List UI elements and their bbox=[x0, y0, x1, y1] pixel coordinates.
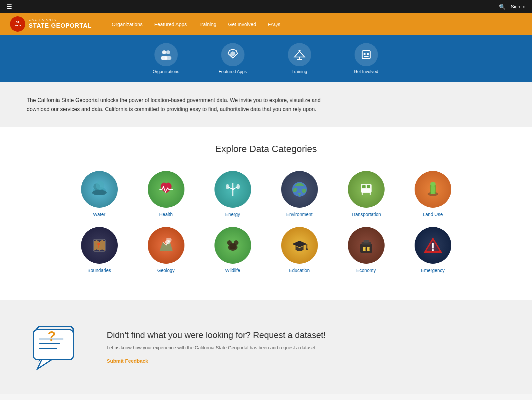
featured-apps-icon bbox=[221, 43, 244, 66]
category-transportation[interactable]: Transportation bbox=[333, 171, 400, 217]
logo-area[interactable]: CA.GOV CALIFORNIA STATE GEOPORTAL bbox=[10, 16, 92, 32]
svg-point-44 bbox=[233, 247, 235, 249]
emergency-label: Emergency bbox=[421, 268, 445, 273]
svg-text:?: ? bbox=[48, 329, 56, 343]
svg-point-43 bbox=[230, 247, 233, 249]
svg-rect-10 bbox=[362, 51, 370, 59]
landuse-icon bbox=[415, 171, 451, 208]
hamburger-menu-icon[interactable]: ☰ bbox=[7, 3, 12, 10]
top-bar-left: ☰ bbox=[7, 3, 12, 10]
category-energy[interactable]: Energy bbox=[199, 171, 266, 217]
category-landuse[interactable]: Land Use bbox=[400, 171, 466, 217]
search-icon[interactable]: 🔍 bbox=[499, 4, 506, 10]
health-label: Health bbox=[159, 212, 172, 217]
nav-link-featured-apps[interactable]: Featured Apps bbox=[154, 21, 187, 27]
water-label: Water bbox=[93, 212, 105, 217]
category-water[interactable]: Water bbox=[66, 171, 133, 217]
health-icon bbox=[148, 171, 184, 208]
sign-in-button[interactable]: Sign In bbox=[511, 4, 525, 9]
svg-rect-27 bbox=[362, 185, 366, 188]
landuse-label: Land Use bbox=[423, 212, 443, 217]
icon-bar-get-involved-label: Get Involved bbox=[354, 69, 378, 74]
category-environment[interactable]: Environment bbox=[266, 171, 333, 217]
svg-point-12 bbox=[367, 53, 369, 55]
svg-marker-62 bbox=[37, 360, 52, 369]
icon-bar-get-involved[interactable]: Get Involved bbox=[333, 38, 400, 79]
logo-icon: CA.GOV bbox=[10, 16, 25, 32]
svg-rect-52 bbox=[367, 247, 370, 249]
explore-section: Explore Data Categories Water bbox=[0, 127, 532, 300]
economy-label: Economy bbox=[356, 268, 376, 273]
organizations-icon bbox=[154, 43, 178, 66]
nav-link-training[interactable]: Training bbox=[198, 21, 216, 27]
svg-rect-50 bbox=[364, 240, 369, 243]
category-economy[interactable]: Economy bbox=[333, 227, 400, 273]
svg-marker-45 bbox=[292, 241, 307, 247]
water-icon bbox=[81, 171, 118, 208]
svg-rect-28 bbox=[367, 185, 370, 188]
svg-point-34 bbox=[430, 182, 436, 186]
geology-label: Geology bbox=[157, 268, 174, 273]
main-content: The California State Geoportal unlocks t… bbox=[0, 82, 532, 127]
top-bar-right: 🔍 Sign In bbox=[499, 4, 525, 10]
icon-bar-organizations-label: Organizations bbox=[152, 69, 179, 74]
nav-link-get-involved[interactable]: Get Involved bbox=[228, 21, 256, 27]
category-education[interactable]: Education bbox=[266, 227, 333, 273]
svg-point-11 bbox=[364, 53, 366, 55]
transportation-label: Transportation bbox=[351, 212, 381, 217]
energy-label: Energy bbox=[225, 212, 240, 217]
description-text: The California State Geoportal unlocks t… bbox=[27, 96, 327, 114]
nav-link-faqs[interactable]: FAQs bbox=[268, 21, 281, 27]
category-wildlife[interactable]: Wildlife bbox=[199, 227, 266, 273]
svg-rect-53 bbox=[363, 249, 366, 251]
wildlife-icon bbox=[214, 227, 251, 264]
boundaries-label: Boundaries bbox=[87, 268, 111, 273]
svg-point-58 bbox=[432, 249, 434, 251]
geology-icon bbox=[148, 227, 184, 264]
svg-rect-29 bbox=[361, 189, 372, 192]
emergency-icon bbox=[415, 227, 451, 264]
svg-point-18 bbox=[92, 190, 107, 195]
svg-point-17 bbox=[96, 181, 104, 190]
svg-point-24 bbox=[236, 184, 240, 189]
svg-point-23 bbox=[226, 184, 229, 189]
svg-point-0 bbox=[162, 50, 166, 54]
icon-bar: Organizations Featured Apps Training bbox=[0, 35, 532, 82]
svg-rect-51 bbox=[363, 247, 366, 249]
svg-point-9 bbox=[299, 50, 301, 52]
nav-link-organizations[interactable]: Organizations bbox=[112, 21, 143, 27]
request-text: Didn't find what you were looking for? R… bbox=[107, 330, 326, 364]
nav-bar: CA.GOV CALIFORNIA STATE GEOPORTAL Organi… bbox=[0, 13, 532, 35]
svg-marker-6 bbox=[295, 51, 305, 57]
education-icon bbox=[281, 227, 318, 264]
svg-point-47 bbox=[306, 248, 308, 250]
icon-bar-organizations[interactable]: Organizations bbox=[133, 38, 199, 79]
icon-bar-training[interactable]: Training bbox=[266, 38, 333, 79]
transportation-icon bbox=[348, 171, 385, 208]
wildlife-label: Wildlife bbox=[225, 268, 240, 273]
category-row-2: Boundaries Geology bbox=[27, 227, 505, 273]
category-boundaries[interactable]: Boundaries bbox=[66, 227, 133, 273]
icon-bar-featured-apps[interactable]: Featured Apps bbox=[199, 38, 266, 79]
request-icon-area: ? bbox=[27, 320, 87, 374]
environment-label: Environment bbox=[286, 212, 313, 217]
request-description: Let us know how your experience with the… bbox=[107, 344, 326, 351]
category-row-1: Water Health bbox=[27, 171, 505, 217]
category-health[interactable]: Health bbox=[133, 171, 199, 217]
economy-icon bbox=[348, 227, 385, 264]
icon-bar-training-label: Training bbox=[292, 69, 307, 74]
svg-point-1 bbox=[166, 50, 170, 54]
education-label: Education bbox=[289, 268, 310, 273]
environment-icon bbox=[281, 171, 318, 208]
svg-rect-54 bbox=[367, 249, 370, 251]
get-involved-icon bbox=[355, 43, 378, 66]
submit-feedback-link[interactable]: Submit Feedback bbox=[107, 358, 148, 364]
category-emergency[interactable]: Emergency bbox=[400, 227, 466, 273]
explore-title: Explore Data Categories bbox=[27, 144, 505, 154]
boundaries-icon bbox=[81, 227, 118, 264]
svg-point-36 bbox=[97, 243, 100, 245]
icon-bar-featured-apps-label: Featured Apps bbox=[218, 69, 247, 74]
request-chat-icon: ? bbox=[27, 320, 87, 373]
svg-rect-48 bbox=[360, 244, 372, 253]
category-geology[interactable]: Geology bbox=[133, 227, 199, 273]
